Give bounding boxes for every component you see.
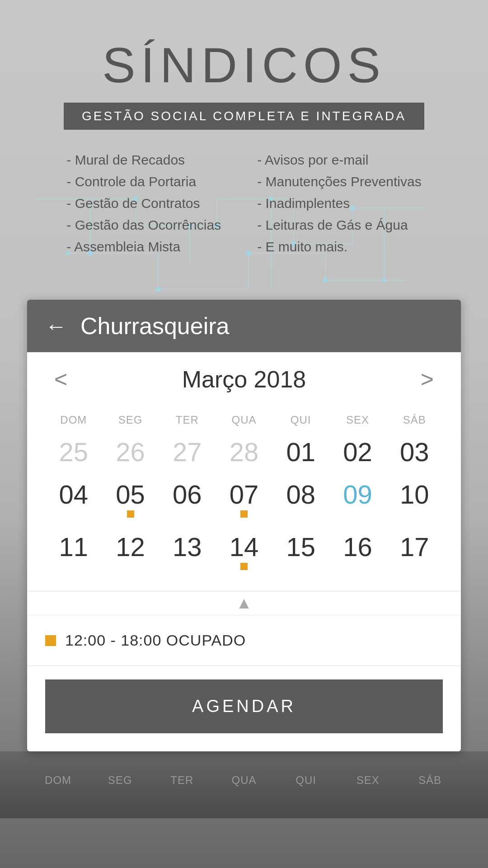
day-number: 14 (216, 534, 272, 560)
day-number: 01 (272, 439, 329, 465)
day-event-dot (127, 510, 134, 518)
weekday-header: DOM (45, 409, 102, 434)
calendar-section: ← Churrasqueira < Março 2018 > DOMSEGTER… (27, 300, 461, 751)
feature-item: - Manutenções Preventivas (257, 174, 422, 189)
day-number: 28 (216, 439, 272, 465)
weekday-header: SEX (329, 409, 386, 434)
day-number: 25 (45, 439, 102, 465)
weekday-header: QUA (216, 409, 272, 434)
feature-item: - Gestão de Contratos (66, 196, 221, 211)
prev-month-button[interactable]: < (45, 366, 76, 392)
day-number: 04 (45, 481, 102, 508)
calendar-body: < Março 2018 > DOMSEGTERQUAQUISEXSÁB2526… (27, 352, 461, 591)
day-number: 27 (159, 439, 216, 465)
day-number: 16 (329, 534, 386, 560)
back-button[interactable]: ← (45, 314, 67, 339)
bottom-weekday-header: QUA (213, 769, 275, 791)
day-event-dot (240, 510, 248, 518)
features-right: - Avisos por e-mail- Manutenções Prevent… (257, 152, 422, 255)
day-cell[interactable]: 26 (102, 434, 159, 477)
day-number: 02 (329, 439, 386, 465)
day-number: 09 (329, 481, 386, 508)
day-cell[interactable]: 01 (272, 434, 329, 477)
features-section: - Mural de Recados- Controle da Portaria… (27, 152, 461, 255)
day-event-dot (240, 563, 248, 570)
bottom-weekday-header: QUI (275, 769, 337, 791)
agendar-section: AGENDAR (27, 666, 461, 751)
day-number: 05 (102, 481, 159, 508)
next-month-button[interactable]: > (412, 366, 443, 392)
feature-item: - E muito mais. (257, 239, 422, 255)
bottom-section: DOMSEGTERQUAQUISEXSÁB (0, 751, 488, 818)
calendar-header-bar: ← Churrasqueira (27, 300, 461, 352)
day-cell[interactable]: 13 (159, 529, 216, 582)
bottom-weekday-header: SEX (337, 769, 399, 791)
day-cell[interactable]: 10 (386, 477, 443, 529)
bottom-weekday-header: SEG (89, 769, 151, 791)
subtitle-bar: GESTÃO SOCIAL COMPLETA E INTEGRADA (64, 103, 424, 130)
day-cell[interactable]: 17 (386, 529, 443, 582)
day-cell[interactable]: 27 (159, 434, 216, 477)
month-nav: < Março 2018 > (45, 366, 443, 393)
month-label: Março 2018 (182, 366, 306, 393)
feature-item: - Mural de Recados (66, 152, 221, 168)
day-cell[interactable]: 07 (216, 477, 272, 529)
day-cell[interactable]: 03 (386, 434, 443, 477)
day-cell[interactable]: 11 (45, 529, 102, 582)
calendar-room-title: Churrasqueira (80, 312, 230, 340)
feature-item: - Inadimplentes (257, 196, 422, 211)
feature-item: - Gestão das Ocorrências (66, 217, 221, 233)
weekday-header: QUI (272, 409, 329, 434)
day-number: 26 (102, 439, 159, 465)
feature-item: - Avisos por e-mail (257, 152, 422, 168)
day-cell[interactable]: 14 (216, 529, 272, 582)
feature-item: - Controle da Portaria (66, 174, 221, 189)
bottom-weekday-header: DOM (27, 769, 89, 791)
day-cell[interactable]: 05 (102, 477, 159, 529)
booking-info: 12:00 - 18:00 OCUPADO (27, 615, 461, 665)
app-subtitle: GESTÃO SOCIAL COMPLETA E INTEGRADA (82, 109, 406, 123)
day-cell[interactable]: 25 (45, 434, 102, 477)
page-wrapper: SÍNDICOS GESTÃO SOCIAL COMPLETA E INTEGR… (0, 0, 488, 868)
day-number: 10 (386, 481, 443, 508)
day-number: 06 (159, 481, 216, 508)
day-cell[interactable]: 02 (329, 434, 386, 477)
booking-time-text: 12:00 - 18:00 OCUPADO (65, 632, 246, 649)
chevron-up-icon: ▲ (236, 591, 252, 615)
day-cell[interactable]: 16 (329, 529, 386, 582)
collapse-divider[interactable]: ▲ (27, 591, 461, 615)
day-cell[interactable]: 06 (159, 477, 216, 529)
day-number: 11 (45, 534, 102, 560)
bottom-weekday-header: TER (151, 769, 213, 791)
feature-item: - Assembleia Mista (66, 239, 221, 255)
day-number: 12 (102, 534, 159, 560)
bottom-weekday-header: SÁB (399, 769, 461, 791)
day-cell[interactable]: 09 (329, 477, 386, 529)
feature-item: - Leituras de Gás e Água (257, 217, 422, 233)
day-number: 08 (272, 481, 329, 508)
day-number: 13 (159, 534, 216, 560)
day-cell[interactable]: 12 (102, 529, 159, 582)
features-left: - Mural de Recados- Controle da Portaria… (66, 152, 221, 255)
calendar-grid: DOMSEGTERQUAQUISEXSÁB2526272801020304050… (45, 409, 443, 582)
agendar-button[interactable]: AGENDAR (45, 679, 443, 733)
weekday-header: SÁB (386, 409, 443, 434)
booking-status-dot (45, 635, 56, 646)
day-cell[interactable]: 28 (216, 434, 272, 477)
day-number: 03 (386, 439, 443, 465)
day-number: 15 (272, 534, 329, 560)
day-cell[interactable]: 15 (272, 529, 329, 582)
bottom-weekdays-row: DOMSEGTERQUAQUISEXSÁB (27, 769, 461, 791)
top-section: SÍNDICOS GESTÃO SOCIAL COMPLETA E INTEGR… (0, 0, 488, 300)
day-cell[interactable]: 04 (45, 477, 102, 529)
day-number: 17 (386, 534, 443, 560)
weekday-header: SEG (102, 409, 159, 434)
day-cell[interactable]: 08 (272, 477, 329, 529)
weekday-header: TER (159, 409, 216, 434)
app-title: SÍNDICOS (27, 36, 461, 94)
day-number: 07 (216, 481, 272, 508)
